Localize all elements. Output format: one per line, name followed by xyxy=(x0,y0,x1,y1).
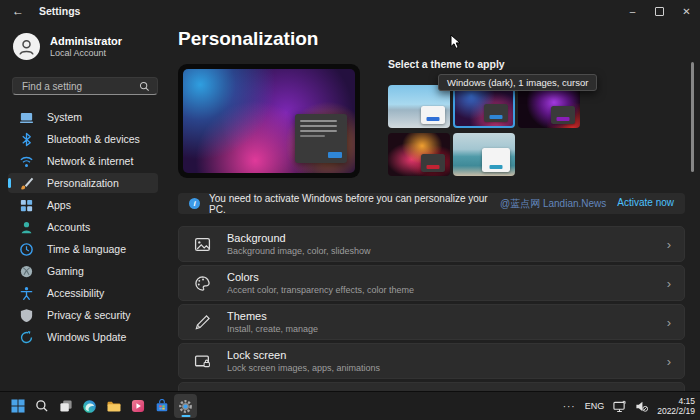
theme-grid xyxy=(388,85,580,176)
task-view-button[interactable] xyxy=(54,394,77,418)
accounts-person-icon xyxy=(19,220,34,235)
card-themes[interactable]: Themes Install, create, manage › xyxy=(178,304,685,340)
sidebar: Administrator Local Account System Bluet… xyxy=(0,22,178,392)
settings-cards: Background Background image, color, slid… xyxy=(178,226,685,392)
clock-date: 2022/2/19 xyxy=(657,406,695,416)
theme-thumbnail-sunrise[interactable] xyxy=(453,133,515,176)
card-subtitle: Lock screen images, apps, animations xyxy=(227,363,651,373)
restore-icon xyxy=(655,7,664,16)
clock-icon xyxy=(19,242,34,257)
wallpaper-preview xyxy=(183,69,355,173)
apps-icon xyxy=(19,198,34,213)
shield-icon xyxy=(19,308,34,323)
sidebar-item-time-language[interactable]: Time & language xyxy=(8,239,158,259)
system-icon xyxy=(19,110,34,125)
chevron-right-icon: › xyxy=(667,316,671,329)
chevron-right-icon: › xyxy=(667,355,671,368)
sidebar-item-apps[interactable]: Apps xyxy=(8,195,158,215)
sidebar-item-bluetooth-devices[interactable]: Bluetooth & devices xyxy=(8,129,158,149)
chevron-right-icon: › xyxy=(667,238,671,251)
gear-icon xyxy=(178,399,193,414)
image-icon xyxy=(194,236,211,253)
restore-button[interactable] xyxy=(646,0,673,22)
tray-overflow-button[interactable]: ··· xyxy=(563,401,576,412)
accessibility-icon xyxy=(19,286,34,301)
theme-tooltip: Windows (dark), 1 images, cursor xyxy=(438,74,597,91)
windows-logo-icon xyxy=(11,399,25,413)
taskbar: ··· ENG 4:15 2022/2/19 xyxy=(0,391,700,420)
theme-mini-window xyxy=(551,106,575,124)
pen-icon xyxy=(194,314,211,331)
theme-mini-window xyxy=(421,106,445,124)
lock-screen-icon xyxy=(194,353,211,370)
card-title: Background xyxy=(227,232,651,244)
sidebar-item-gaming[interactable]: Gaming xyxy=(8,261,158,281)
theme-thumbnail-captured-motion[interactable] xyxy=(388,133,450,176)
account-type: Local Account xyxy=(50,48,122,58)
avatar xyxy=(13,33,40,60)
edge-icon xyxy=(82,399,97,414)
card-subtitle: Accent color, transparency effects, colo… xyxy=(227,285,651,295)
sidebar-item-accessibility[interactable]: Accessibility xyxy=(8,283,158,303)
media-player-button[interactable] xyxy=(126,394,149,418)
theme-mini-window xyxy=(484,104,508,122)
sidebar-item-personalization[interactable]: Personalization xyxy=(8,173,158,193)
search-input[interactable] xyxy=(20,80,139,93)
settings-app-button[interactable] xyxy=(174,394,197,418)
edge-browser-button[interactable] xyxy=(78,394,101,418)
card-title: Colors xyxy=(227,271,651,283)
theme-section-label: Select a theme to apply xyxy=(388,58,505,70)
page-title: Personalization xyxy=(178,28,318,50)
card-title: Lock screen xyxy=(227,349,651,361)
main-content: Personalization Select a theme to apply xyxy=(178,22,700,392)
system-tray: ··· ENG 4:15 2022/2/19 xyxy=(563,392,695,420)
task-view-icon xyxy=(59,399,73,413)
window-controls: – ✕ xyxy=(619,0,700,22)
activate-now-link[interactable]: Activate now xyxy=(617,197,674,211)
file-explorer-button[interactable] xyxy=(102,394,125,418)
theme-thumbnail-windows-dark-selected[interactable] xyxy=(453,85,515,128)
minimize-button[interactable]: – xyxy=(619,0,646,22)
watermark-link[interactable]: @蓝点网 Landian.News xyxy=(500,197,606,211)
back-icon[interactable]: ← xyxy=(12,0,24,22)
card-background[interactable]: Background Background image, color, slid… xyxy=(178,226,685,262)
titlebar: ← Settings – ✕ xyxy=(0,0,700,22)
language-indicator[interactable]: ENG xyxy=(585,401,605,411)
palette-icon xyxy=(194,275,211,292)
volume-muted-icon[interactable] xyxy=(635,400,648,413)
start-button[interactable] xyxy=(6,394,29,418)
close-button[interactable]: ✕ xyxy=(673,0,700,22)
wifi-icon xyxy=(19,154,34,169)
xbox-icon xyxy=(19,264,34,279)
card-colors[interactable]: Colors Accent color, transparency effect… xyxy=(178,265,685,301)
activation-banner: i You need to activate Windows before yo… xyxy=(178,193,685,214)
theme-mini-window xyxy=(421,154,445,172)
microsoft-store-button[interactable] xyxy=(150,394,173,418)
sidebar-item-accounts[interactable]: Accounts xyxy=(8,217,158,237)
update-arrows-icon xyxy=(19,330,34,345)
theme-mini-window xyxy=(482,148,510,172)
sidebar-nav: System Bluetooth & devices Network & int… xyxy=(8,107,158,349)
store-icon xyxy=(155,399,169,413)
theme-preview-monitor xyxy=(178,64,360,178)
preview-mini-window xyxy=(295,114,347,163)
scrollbar[interactable] xyxy=(691,62,694,172)
sidebar-item-system[interactable]: System xyxy=(8,107,158,127)
sidebar-item-privacy-security[interactable]: Privacy & security xyxy=(8,305,158,325)
chevron-right-icon: › xyxy=(667,277,671,290)
account-section[interactable]: Administrator Local Account xyxy=(13,33,122,60)
taskbar-clock[interactable]: 4:15 2022/2/19 xyxy=(657,396,695,416)
sidebar-item-windows-update[interactable]: Windows Update xyxy=(8,327,158,347)
theme-thumbnail-windows-light[interactable] xyxy=(388,85,450,128)
folder-icon xyxy=(106,399,121,414)
theme-thumbnail-glow[interactable] xyxy=(518,85,580,128)
person-icon xyxy=(16,36,37,57)
taskbar-search-button[interactable] xyxy=(30,394,53,418)
preview-accent-button xyxy=(328,152,342,158)
search-box[interactable] xyxy=(12,77,158,95)
network-icon[interactable] xyxy=(613,400,626,413)
card-lock-screen[interactable]: Lock screen Lock screen images, apps, an… xyxy=(178,343,685,379)
sidebar-item-network-internet[interactable]: Network & internet xyxy=(8,151,158,171)
clock-time: 4:15 xyxy=(657,396,695,406)
search-icon xyxy=(139,81,150,92)
